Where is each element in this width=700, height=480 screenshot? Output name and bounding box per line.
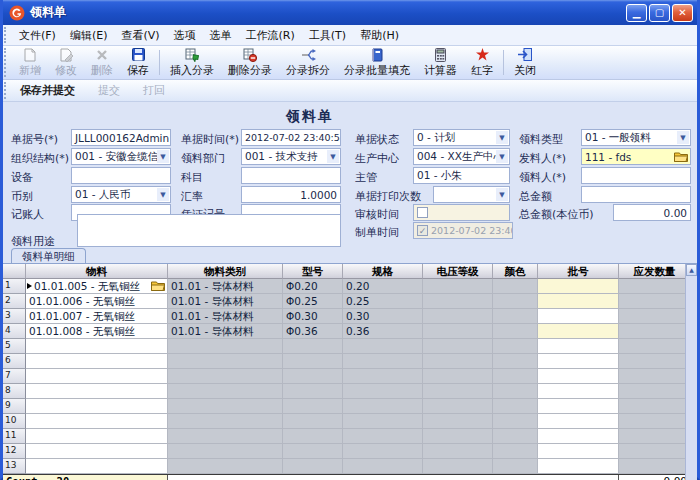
- menu-workflow[interactable]: 工作流(R): [239, 26, 302, 45]
- col-header-category[interactable]: 物料类别: [168, 264, 283, 279]
- row-number[interactable]: 13: [3, 459, 26, 474]
- cell-spec[interactable]: 0.25: [343, 294, 423, 309]
- table-row[interactable]: 5: [3, 339, 697, 354]
- cell-batch[interactable]: [538, 399, 619, 414]
- cell-category[interactable]: [168, 444, 283, 459]
- rate-field[interactable]: 1.0000: [241, 186, 341, 203]
- table-row[interactable]: 8: [3, 384, 697, 399]
- purpose-textarea[interactable]: [77, 214, 341, 247]
- device-field[interactable]: [71, 167, 171, 184]
- row-number[interactable]: 1: [3, 279, 26, 294]
- row-number[interactable]: 5: [3, 339, 26, 354]
- cell-model[interactable]: [283, 459, 343, 474]
- cell-spec[interactable]: [343, 444, 423, 459]
- chevron-down-icon[interactable]: ▼: [157, 188, 169, 201]
- cell-voltage[interactable]: [423, 459, 493, 474]
- col-header-qty[interactable]: 应发数量: [619, 264, 691, 279]
- toolbar-gripper[interactable]: [4, 48, 11, 77]
- cell-material[interactable]: [26, 399, 168, 414]
- chevron-down-icon[interactable]: ▼: [496, 131, 508, 144]
- table-row[interactable]: 4 01.01.008 - 无氧铜丝 01.01 - 导体材料 Φ0.36 0.…: [3, 324, 697, 339]
- cell-model[interactable]: Φ0.20: [283, 279, 343, 294]
- cell-model[interactable]: [283, 384, 343, 399]
- cell-color[interactable]: [493, 384, 538, 399]
- table-row[interactable]: 11: [3, 429, 697, 444]
- audit-time-checkbox[interactable]: [417, 207, 428, 218]
- close-button[interactable]: ✕: [672, 4, 693, 22]
- row-number[interactable]: 11: [3, 429, 26, 444]
- cell-color[interactable]: [493, 354, 538, 369]
- cell-spec[interactable]: [343, 354, 423, 369]
- cell-category[interactable]: [168, 414, 283, 429]
- cell-material[interactable]: 01.01.005 - 无氧铜丝: [26, 279, 168, 294]
- cell-category[interactable]: [168, 369, 283, 384]
- delete-entry-button[interactable]: 删除分录: [221, 46, 279, 79]
- cell-color[interactable]: [493, 339, 538, 354]
- calculator-button[interactable]: 计算器: [417, 46, 464, 79]
- chevron-down-icon[interactable]: ▼: [677, 131, 689, 144]
- cell-material[interactable]: [26, 354, 168, 369]
- table-row[interactable]: 9: [3, 399, 697, 414]
- cell-material[interactable]: [26, 369, 168, 384]
- cell-batch[interactable]: [538, 384, 619, 399]
- cell-batch[interactable]: [538, 444, 619, 459]
- close-form-button[interactable]: 关闭: [507, 46, 543, 79]
- cell-qty[interactable]: [619, 459, 691, 474]
- currency-select[interactable]: 01 - 人民币▼: [71, 186, 171, 203]
- split-entry-button[interactable]: 分录拆分: [279, 46, 337, 79]
- cell-batch[interactable]: [538, 429, 619, 444]
- cell-color[interactable]: [493, 429, 538, 444]
- manager-field[interactable]: 01 - 小朱: [413, 167, 510, 184]
- cell-spec[interactable]: [343, 384, 423, 399]
- cell-spec[interactable]: 0.30: [343, 309, 423, 324]
- cell-voltage[interactable]: [423, 399, 493, 414]
- cell-qty[interactable]: [619, 309, 691, 324]
- cell-category[interactable]: [168, 339, 283, 354]
- table-row[interactable]: 13: [3, 459, 697, 474]
- issuer-field[interactable]: 111 - fds: [581, 148, 691, 165]
- chevron-down-icon[interactable]: ▼: [157, 150, 169, 163]
- cell-material[interactable]: 01.01.008 - 无氧铜丝: [26, 324, 168, 339]
- cell-spec[interactable]: [343, 459, 423, 474]
- cell-qty[interactable]: [619, 384, 691, 399]
- cell-voltage[interactable]: [423, 429, 493, 444]
- table-row[interactable]: 3 01.01.007 - 无氧铜丝 01.01 - 导体材料 Φ0.30 0.…: [3, 309, 697, 324]
- cell-batch[interactable]: [538, 294, 619, 309]
- red-char-button[interactable]: 红字: [464, 46, 500, 79]
- menu-edit[interactable]: 编辑(E): [63, 26, 115, 45]
- cell-spec[interactable]: 0.20: [343, 279, 423, 294]
- menu-file[interactable]: 文件(F): [12, 26, 63, 45]
- scroll-up-icon[interactable]: ▲: [686, 264, 697, 276]
- receiver-field[interactable]: [581, 167, 691, 184]
- batch-fill-button[interactable]: 分录批量填充: [337, 46, 417, 79]
- cell-qty[interactable]: [619, 339, 691, 354]
- cell-batch[interactable]: [538, 369, 619, 384]
- cell-qty[interactable]: [619, 429, 691, 444]
- cell-category[interactable]: [168, 429, 283, 444]
- cell-spec[interactable]: [343, 414, 423, 429]
- cell-qty[interactable]: [619, 399, 691, 414]
- cell-spec[interactable]: 0.36: [343, 324, 423, 339]
- cell-batch[interactable]: [538, 339, 619, 354]
- table-row[interactable]: 12: [3, 444, 697, 459]
- cell-qty[interactable]: [619, 354, 691, 369]
- toolbar-gripper[interactable]: [4, 82, 11, 99]
- cell-color[interactable]: [493, 279, 538, 294]
- col-header-voltage[interactable]: 电压等级: [423, 264, 493, 279]
- cell-category[interactable]: [168, 354, 283, 369]
- menu-list[interactable]: 选单: [203, 26, 239, 45]
- minimize-button[interactable]: ▁: [626, 4, 647, 22]
- cell-color[interactable]: [493, 414, 538, 429]
- cell-batch[interactable]: [538, 414, 619, 429]
- cell-spec[interactable]: [343, 429, 423, 444]
- cell-color[interactable]: [493, 369, 538, 384]
- amount-field[interactable]: [581, 186, 691, 203]
- col-header-color[interactable]: 颜色: [493, 264, 538, 279]
- cell-voltage[interactable]: [423, 354, 493, 369]
- col-header-material[interactable]: 物料: [26, 264, 168, 279]
- audit-time-field[interactable]: [413, 204, 510, 221]
- col-header-model[interactable]: 型号: [283, 264, 343, 279]
- cell-category[interactable]: 01.01 - 导体材料: [168, 324, 283, 339]
- chevron-down-icon[interactable]: ▼: [327, 150, 339, 163]
- cell-material[interactable]: 01.01.006 - 无氧铜丝: [26, 294, 168, 309]
